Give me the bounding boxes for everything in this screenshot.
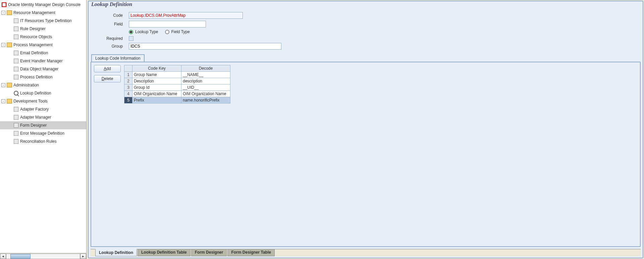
tree-leaf-label: IT Resources Type Definition bbox=[20, 18, 72, 23]
doc-icon bbox=[13, 74, 19, 80]
tree-leaf-event-handler[interactable]: Event Handler Manager bbox=[0, 57, 86, 65]
field-label: Field bbox=[92, 22, 129, 26]
lookup-code-table[interactable]: Code Key Decode 1Group Name__NAME__2Desc… bbox=[124, 65, 230, 104]
codekey-cell[interactable]: OIM Organization Name bbox=[132, 91, 181, 97]
tree-leaf-adapter-factory[interactable]: Adapter Factory bbox=[0, 105, 86, 113]
row-number-cell: 3 bbox=[124, 84, 132, 91]
tree-leaf-lookup-definition[interactable]: Lookup Definition bbox=[0, 89, 86, 97]
folder-icon bbox=[7, 82, 12, 88]
tree-leaf-label: Data Object Manager bbox=[20, 67, 58, 71]
tree-leaf-form-designer[interactable]: Form Designer bbox=[0, 121, 86, 129]
tree-root[interactable]: Oracle Identity Manager Design Console bbox=[0, 1, 86, 9]
scroll-track[interactable] bbox=[6, 254, 80, 259]
lookup-type-radio[interactable]: Lookup Type bbox=[129, 29, 158, 34]
tree-node-resource-management[interactable]: − Resource Management bbox=[0, 9, 86, 17]
doc-icon bbox=[13, 34, 19, 40]
field-type-radio[interactable]: Field Type bbox=[165, 29, 190, 34]
scroll-thumb[interactable] bbox=[10, 254, 31, 259]
form-icon bbox=[13, 123, 19, 128]
codekey-cell[interactable]: Group Name bbox=[132, 72, 181, 78]
tree-node-label: Administration bbox=[13, 83, 39, 87]
sidebar-horizontal-scrollbar[interactable]: ◄ ► bbox=[0, 253, 86, 259]
tree-node-process-management[interactable]: − Process Management bbox=[0, 41, 86, 49]
scroll-right-button[interactable]: ► bbox=[80, 254, 86, 259]
folder-icon bbox=[7, 99, 12, 104]
bottom-tab-lookup-definition-table[interactable]: Lookup Definition Table bbox=[138, 249, 191, 256]
bottom-tab-form-designer[interactable]: Form Designer bbox=[191, 249, 227, 256]
tree-leaf-it-resources[interactable]: IT Resources Type Definition bbox=[0, 17, 86, 25]
decode-cell[interactable]: __UID__ bbox=[181, 84, 230, 91]
group-input[interactable] bbox=[129, 43, 281, 50]
table-row[interactable]: 3Group Id__UID__ bbox=[124, 84, 230, 91]
tree-leaf-reconciliation-rules[interactable]: Reconciliation Rules bbox=[0, 137, 86, 145]
collapse-icon[interactable]: − bbox=[1, 83, 5, 87]
tree-leaf-rule-designer[interactable]: Rule Designer bbox=[0, 25, 86, 33]
lookup-code-table-wrap: Code Key Decode 1Group Name__NAME__2Desc… bbox=[124, 65, 230, 244]
tree-leaf-data-object-manager[interactable]: Data Object Manager bbox=[0, 65, 86, 73]
code-label: Code bbox=[92, 13, 129, 18]
bottom-tab-form-designer-table[interactable]: Form Designer Table bbox=[227, 249, 274, 256]
tree-leaf-error-message-definition[interactable]: Error Message Definition bbox=[0, 129, 86, 137]
column-header-codekey[interactable]: Code Key bbox=[132, 65, 181, 72]
tab-lookup-code-information[interactable]: Lookup Code Information bbox=[91, 54, 145, 62]
app-window: Oracle Identity Manager Design Console −… bbox=[0, 0, 644, 259]
bottom-tab-lookup-definition[interactable]: Lookup Definition bbox=[95, 249, 137, 256]
tree-node-label: Development Tools bbox=[13, 99, 48, 104]
lookup-code-information-panel: Add Delete Code Key Decode 1Group Name__… bbox=[91, 62, 641, 247]
row-number-cell: 1 bbox=[124, 72, 132, 78]
tree-node-label: Resource Management bbox=[13, 10, 55, 15]
table-row[interactable]: 2Descriptiondescription bbox=[124, 78, 230, 84]
tree-node-label: Process Management bbox=[13, 43, 53, 47]
column-header-decode[interactable]: Decode bbox=[181, 65, 230, 72]
table-row[interactable]: 1Group Name__NAME__ bbox=[124, 72, 230, 78]
doc-icon bbox=[13, 26, 19, 31]
gear-icon bbox=[13, 115, 19, 120]
code-input[interactable] bbox=[129, 12, 243, 19]
bottom-tab-strip: Lookup Definition Lookup Definition Tabl… bbox=[91, 249, 641, 256]
app-icon bbox=[1, 2, 7, 7]
warning-icon bbox=[13, 131, 19, 136]
tree-leaf-adapter-manager[interactable]: Adapter Manager bbox=[0, 113, 86, 121]
main-panel: Lookup Definition Code Field Lookup Type… bbox=[88, 1, 643, 258]
decode-cell[interactable]: name.honorificPrefix bbox=[181, 97, 230, 104]
design-console-tree[interactable]: Oracle Identity Manager Design Console −… bbox=[0, 0, 86, 253]
gear-icon bbox=[13, 107, 19, 112]
collapse-icon[interactable]: − bbox=[1, 99, 5, 103]
doc-icon bbox=[13, 139, 19, 144]
tree-leaf-email-definition[interactable]: Email Definition bbox=[0, 49, 86, 57]
row-number-cell: 2 bbox=[124, 78, 132, 84]
table-row[interactable]: 4OIM Organization NameOIM Organization N… bbox=[124, 91, 230, 97]
decode-cell[interactable]: OIM Organization Name bbox=[181, 91, 230, 97]
tree-node-development-tools[interactable]: − Development Tools bbox=[0, 97, 86, 105]
folder-icon bbox=[7, 10, 12, 15]
delete-button[interactable]: Delete bbox=[94, 75, 121, 82]
radio-selected-icon bbox=[129, 30, 133, 34]
tree-leaf-label: Process Definition bbox=[20, 75, 53, 79]
field-input[interactable] bbox=[129, 21, 206, 27]
tree-leaf-label: Adapter Factory bbox=[20, 107, 49, 112]
page-title: Lookup Definition bbox=[91, 1, 640, 7]
collapse-icon[interactable]: − bbox=[1, 11, 5, 15]
tree-leaf-label: Form Designer bbox=[20, 123, 47, 128]
decode-cell[interactable]: description bbox=[181, 78, 230, 84]
codekey-cell[interactable]: Prefix bbox=[132, 97, 181, 104]
tree-leaf-label: Adapter Manager bbox=[20, 115, 51, 120]
codekey-cell[interactable]: Group Id bbox=[132, 84, 181, 91]
table-row[interactable]: 5Prefixname.honorificPrefix bbox=[124, 97, 230, 104]
sidebar: Oracle Identity Manager Design Console −… bbox=[0, 0, 87, 259]
tree-node-administration[interactable]: − Administration bbox=[0, 81, 86, 89]
tree-leaf-resource-objects[interactable]: Resource Objects bbox=[0, 33, 86, 41]
codekey-cell[interactable]: Description bbox=[132, 78, 181, 84]
scroll-left-button[interactable]: ◄ bbox=[0, 254, 6, 259]
required-checkbox[interactable] bbox=[129, 36, 133, 41]
tree-leaf-process-definition[interactable]: Process Definition bbox=[0, 73, 86, 81]
collapse-icon[interactable]: − bbox=[1, 43, 5, 47]
doc-icon bbox=[13, 50, 19, 56]
doc-icon bbox=[13, 18, 19, 23]
doc-icon bbox=[13, 66, 19, 72]
tree-leaf-label: Lookup Definition bbox=[20, 91, 51, 95]
row-number-header bbox=[124, 65, 132, 72]
doc-icon bbox=[13, 58, 19, 64]
add-button[interactable]: Add bbox=[94, 65, 121, 72]
decode-cell[interactable]: __NAME__ bbox=[181, 72, 230, 78]
